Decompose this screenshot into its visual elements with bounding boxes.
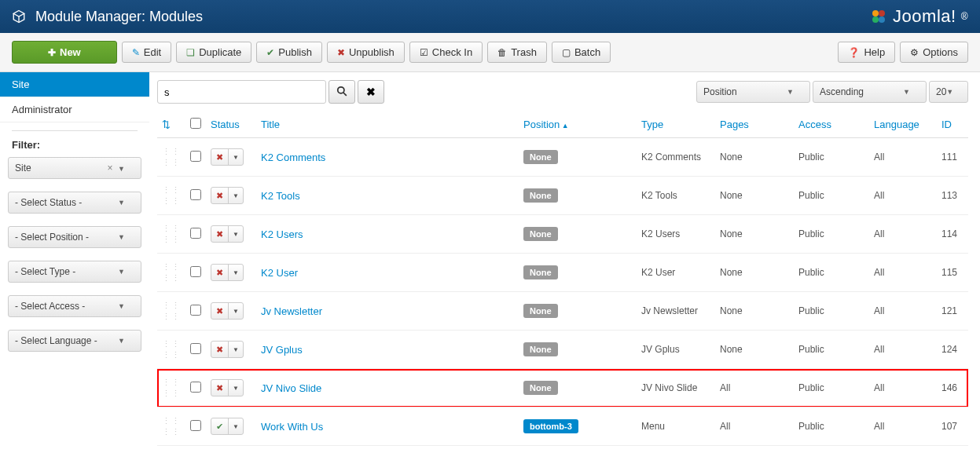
filter-heading: Filter: <box>12 139 138 151</box>
language-cell: All <box>869 331 937 369</box>
col-language[interactable]: Language <box>874 119 919 130</box>
duplicate-label: Duplicate <box>199 46 241 58</box>
app-header: Module Manager: Modules Joomla! ® <box>0 0 980 33</box>
module-title-link[interactable]: K2 User <box>261 267 298 279</box>
limit-select[interactable]: 20▼ <box>929 81 968 103</box>
sidebar-item-administrator[interactable]: Administrator <box>0 97 149 122</box>
row-checkbox[interactable] <box>190 305 201 316</box>
chevron-down-icon: ▼ <box>118 233 125 241</box>
module-title-link[interactable]: JV Nivo Slide <box>261 382 321 394</box>
col-pages[interactable]: Pages <box>720 119 749 130</box>
table-row: ⋮⋮⋮⋮ ✔ ▼ Unbeatable Deals for Local Adve… <box>157 446 968 454</box>
table-row: ⋮⋮⋮⋮ ✖ ▼ JV Nivo Slide None JV Nivo Slid… <box>157 369 968 407</box>
chevron-down-icon: ▼ <box>787 88 794 96</box>
col-ordering[interactable]: ⇅ <box>157 111 185 138</box>
pages-cell: None <box>715 331 794 369</box>
status-toggle[interactable]: ✖ ▼ <box>211 225 244 243</box>
type-cell: Menu <box>637 407 715 446</box>
drag-handle-icon[interactable]: ⋮⋮⋮⋮ <box>162 147 181 167</box>
sort-direction-select[interactable]: Ascending▼ <box>813 81 927 103</box>
batch-button[interactable]: ▢Batch <box>552 42 611 63</box>
status-toggle[interactable]: ✖ ▼ <box>211 379 244 396</box>
col-type[interactable]: Type <box>641 119 663 130</box>
help-icon: ❓ <box>848 47 860 58</box>
select-value: - Select Position - <box>15 232 89 243</box>
drag-handle-icon[interactable]: ⋮⋮⋮⋮ <box>162 262 181 283</box>
unpublish-button[interactable]: ✖Unpublish <box>327 42 405 63</box>
checkin-button[interactable]: ☑Check In <box>409 42 483 63</box>
status-toggle[interactable]: ✖ ▼ <box>211 302 244 320</box>
filterbar: ✖ Position▼ Ascending▼ 20▼ <box>157 80 968 104</box>
col-access[interactable]: Access <box>798 119 831 130</box>
search-button[interactable] <box>329 80 355 104</box>
drag-handle-icon[interactable]: ⋮⋮⋮⋮ <box>162 301 181 321</box>
drag-handle-icon[interactable]: ⋮⋮⋮⋮ <box>162 185 181 206</box>
chevron-down-icon: ▼ <box>118 268 125 276</box>
module-title-link[interactable]: K2 Tools <box>261 190 300 202</box>
options-button[interactable]: ⚙Options <box>900 42 968 63</box>
sidebar-item-site[interactable]: Site <box>0 72 149 97</box>
row-checkbox[interactable] <box>190 151 201 162</box>
sidebar-item-label: Administrator <box>12 104 72 115</box>
clear-search-button[interactable]: ✖ <box>358 80 384 104</box>
col-title[interactable]: Title <box>261 119 280 130</box>
language-cell: All <box>869 215 937 254</box>
status-toggle[interactable]: ✖ ▼ <box>211 341 244 358</box>
filter-access-select[interactable]: - Select Access -▼ <box>8 295 141 317</box>
publish-button[interactable]: ✔Publish <box>256 42 322 63</box>
row-checkbox[interactable] <box>190 189 201 200</box>
module-title-link[interactable]: Jv Newsletter <box>261 305 322 317</box>
chevron-down-icon: ▼ <box>118 337 125 345</box>
access-cell: Public <box>794 292 869 331</box>
row-checkbox[interactable] <box>190 266 201 277</box>
drag-handle-icon[interactable]: ⋮⋮⋮⋮ <box>162 224 181 244</box>
new-button[interactable]: ✚New <box>12 41 117 64</box>
status-toggle[interactable]: ✖ ▼ <box>211 264 244 281</box>
duplicate-button[interactable]: ❏Duplicate <box>176 42 251 63</box>
trash-button[interactable]: 🗑Trash <box>487 42 547 63</box>
filter-position-select[interactable]: - Select Position -▼ <box>8 226 141 248</box>
drag-handle-icon[interactable]: ⋮⋮⋮⋮ <box>162 378 181 398</box>
pages-cell: None <box>715 215 794 254</box>
new-label: New <box>60 46 81 58</box>
drag-handle-icon[interactable]: ⋮⋮⋮⋮ <box>162 339 181 360</box>
row-checkbox[interactable] <box>190 420 201 431</box>
type-cell: Jv Newsletter <box>637 292 715 331</box>
module-title-link[interactable]: JV Gplus <box>261 344 303 356</box>
options-label: Options <box>923 46 958 58</box>
status-toggle[interactable]: ✔ ▼ <box>211 418 244 435</box>
edit-label: Edit <box>144 46 161 58</box>
module-title-link[interactable]: K2 Users <box>261 228 303 240</box>
sort-icon: ⇅ <box>162 119 171 130</box>
filter-type-select[interactable]: - Select Type -▼ <box>8 261 141 283</box>
row-checkbox[interactable] <box>190 382 201 393</box>
position-badge: None <box>523 227 558 241</box>
type-cell: K2 Comments <box>637 138 715 177</box>
search-input[interactable] <box>157 80 326 104</box>
checkbox-icon: ☑ <box>420 47 428 58</box>
drag-handle-icon[interactable]: ⋮⋮⋮⋮ <box>162 416 181 437</box>
module-title-link[interactable]: K2 Comments <box>261 152 325 163</box>
svg-point-4 <box>338 86 344 93</box>
filter-language-select[interactable]: - Select Language -▼ <box>8 330 141 352</box>
publish-label: Publish <box>278 46 312 58</box>
row-checkbox[interactable] <box>190 228 201 239</box>
help-button[interactable]: ❓Help <box>838 42 895 63</box>
edit-button[interactable]: ✎Edit <box>122 42 171 63</box>
col-id[interactable]: ID <box>941 119 952 130</box>
search-icon <box>336 86 347 99</box>
checkall-checkbox[interactable] <box>190 118 201 129</box>
status-toggle[interactable]: ✖ ▼ <box>211 148 244 166</box>
clear-icon[interactable]: × ▼ <box>107 163 125 174</box>
status-toggle[interactable]: ✖ ▼ <box>211 187 244 204</box>
col-position[interactable]: Position ▲ <box>523 119 569 130</box>
x-icon: ✖ <box>211 380 229 396</box>
filter-client-select[interactable]: Site× ▼ <box>8 157 141 179</box>
filter-status-select[interactable]: - Select Status -▼ <box>8 192 141 214</box>
id-cell: 114 <box>937 215 968 254</box>
module-title-link[interactable]: Work With Us <box>261 421 323 433</box>
access-cell: Public <box>794 254 869 292</box>
col-status[interactable]: Status <box>211 119 240 130</box>
sort-column-select[interactable]: Position▼ <box>696 81 810 103</box>
row-checkbox[interactable] <box>190 343 201 354</box>
